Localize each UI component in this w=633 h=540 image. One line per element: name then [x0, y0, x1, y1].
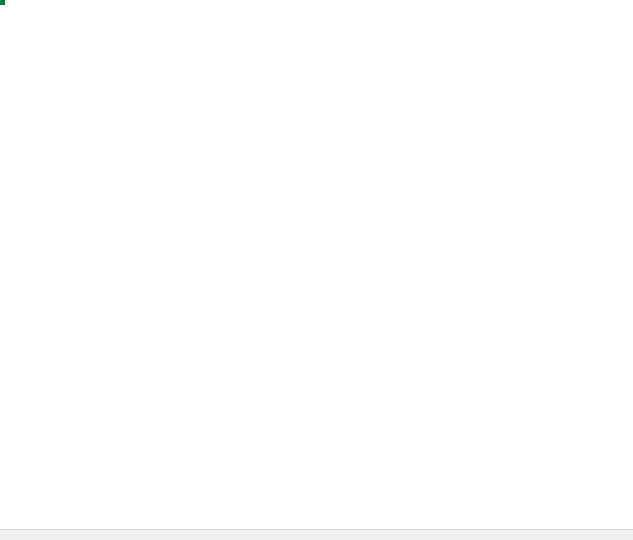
spreadsheet [0, 0, 633, 540]
active-cell[interactable] [0, 0, 4, 4]
horizontal-scrollbar[interactable] [0, 529, 633, 540]
cell-grid[interactable] [0, 22, 633, 530]
fill-handle[interactable] [0, 0, 6, 6]
column-headers [0, 0, 633, 22]
